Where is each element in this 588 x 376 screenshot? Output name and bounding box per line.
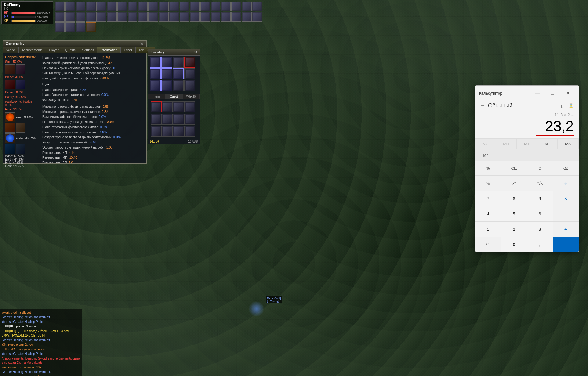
skill-icon[interactable] [86,2,96,11]
calc-5-button[interactable]: 5 [501,206,527,221]
skill-icon[interactable] [55,2,65,11]
inv-slot[interactable] [161,68,172,79]
tab-settings[interactable]: Settings [79,47,98,53]
skill-icon[interactable] [76,12,85,22]
tab-information[interactable]: Information [97,47,121,53]
skill-icon[interactable] [117,2,127,11]
inv-slot[interactable] [173,126,184,137]
calc-ce-button[interactable]: CE [501,161,527,175]
inv-slot[interactable] [184,80,195,91]
inv-slot[interactable] [151,114,162,125]
skill-icon[interactable] [96,2,106,11]
calc-reciprocal-button[interactable]: ¹⁄ₓ [475,176,501,191]
calc-sqrt-button[interactable]: ²√x [527,176,553,191]
community-close-button[interactable]: ✕ [140,42,144,46]
inv-slot[interactable] [184,126,195,137]
skill-icon[interactable] [86,12,96,22]
inv-slot[interactable] [173,68,184,79]
inv-slot[interactable] [173,80,184,91]
inv-slot[interactable] [173,114,184,125]
inv-slot[interactable] [161,80,172,91]
calc-mminus-button[interactable]: M− [537,139,558,149]
inv-tab-wh[interactable]: Wh+20 [183,94,200,99]
skill-icon[interactable] [159,2,169,11]
inv-slot[interactable] [150,68,161,79]
calc-history-icon[interactable]: ⏳ [567,102,575,110]
skill-icon[interactable] [65,22,75,32]
skill-icon[interactable] [200,12,210,22]
skill-icon[interactable] [128,12,137,22]
inv-slot[interactable] [162,126,173,137]
calc-mr-button[interactable]: MR [496,139,517,149]
skill-icon[interactable] [138,2,148,11]
tab-quests[interactable]: Quests [62,47,79,53]
inv-slot-circled-2[interactable] [151,101,162,112]
skill-icon[interactable] [221,2,231,11]
calc-9-button[interactable]: 9 [527,191,553,206]
skill-icon[interactable] [231,12,241,22]
calc-backspace-button[interactable]: ⌫ [553,161,579,175]
calc-3-button[interactable]: 3 [527,222,553,237]
skill-icon[interactable] [169,12,179,22]
skill-icon[interactable] [200,2,210,11]
skill-icon[interactable] [55,12,65,22]
skill-icon[interactable] [148,2,158,11]
calc-divide-button[interactable]: ÷ [553,176,579,191]
skill-icon[interactable] [117,12,127,22]
skill-icon[interactable] [55,22,65,32]
skill-icon[interactable] [252,12,262,22]
calc-mplus-button[interactable]: M+ [517,139,537,149]
inventory-close[interactable]: ✕ [194,50,197,54]
skill-icon[interactable] [169,2,179,11]
calc-close-button[interactable]: ✕ [561,88,575,98]
skill-icon[interactable] [76,2,85,11]
calc-memory-icon[interactable]: ▯ [560,102,565,110]
tab-achievements[interactable]: Achievements [19,47,46,53]
calc-minimize-button[interactable]: — [530,88,544,98]
skill-icon[interactable] [180,2,189,11]
calc-mc-button[interactable]: MC [475,139,496,149]
skill-icon[interactable] [242,12,252,22]
calc-decimal-button[interactable]: , [527,237,553,252]
inv-slot-circled[interactable] [184,57,195,68]
inv-slot[interactable] [184,68,195,79]
skill-icon[interactable] [231,2,241,11]
inv-slot[interactable] [162,114,173,125]
calc-square-button[interactable]: x² [501,176,527,191]
skill-icon[interactable] [180,12,189,22]
inv-slot[interactable] [150,80,161,91]
inv-slot[interactable] [151,126,162,137]
calc-2-button[interactable]: 2 [501,222,527,237]
skill-icon[interactable] [190,12,200,22]
calc-c-button[interactable]: C [527,161,553,175]
calc-4-button[interactable]: 4 [475,206,501,221]
calc-1-button[interactable]: 1 [475,222,501,237]
skill-icon[interactable] [190,2,200,11]
calc-ms-button[interactable]: MS [558,139,579,149]
calc-0-button[interactable]: 0 [501,237,527,252]
skill-icon[interactable] [107,12,117,22]
calc-maximize-button[interactable]: □ [546,88,560,98]
skill-icon[interactable] [252,2,262,11]
inv-slot[interactable] [150,57,161,68]
skill-icon[interactable] [148,12,158,22]
skill-icon[interactable] [242,2,252,11]
inv-tab-quest[interactable]: Quest [165,94,183,99]
skill-icon[interactable] [107,2,117,11]
inv-slot[interactable] [184,114,195,125]
inv-slot[interactable] [162,101,173,112]
calc-minus-button[interactable]: − [553,206,579,221]
skill-icon[interactable] [211,2,220,11]
calc-multiply-button[interactable]: × [553,191,579,206]
skill-icon[interactable] [65,2,75,11]
skill-icon[interactable] [76,22,85,32]
calc-plus-button[interactable]: + [553,222,579,237]
calc-7-button[interactable]: 7 [475,191,501,206]
skill-icon[interactable] [221,12,231,22]
tab-other[interactable]: Other [121,47,136,53]
calc-negate-button[interactable]: +/− [475,237,501,252]
inv-tab-item[interactable]: Item [148,94,165,99]
skill-icon[interactable] [211,12,220,22]
tab-player[interactable]: Player [46,47,62,53]
skill-icon[interactable] [65,12,75,22]
